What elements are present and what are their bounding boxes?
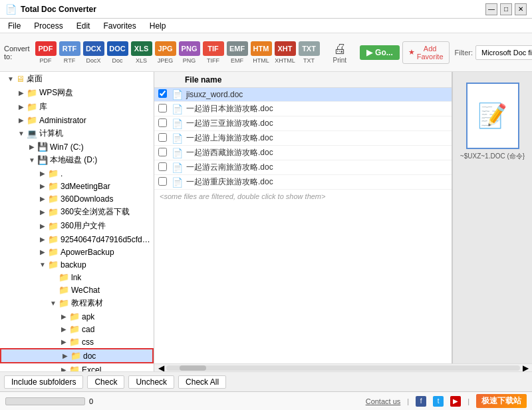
tree-item-desktop[interactable]: ▼ 🖥 桌面 <box>0 72 154 86</box>
tree-item-360user[interactable]: ▶ 📁 360用户文件 <box>0 219 154 233</box>
expand-icon: ▶ <box>16 89 27 97</box>
file-name: 一起游重庆旅游攻略.doc <box>186 176 448 188</box>
tree-item-dot[interactable]: ▶ 📁 . <box>0 167 154 180</box>
minimize-button[interactable]: — <box>485 3 497 15</box>
folder-icon: 📁 <box>48 234 59 244</box>
format-xls-button[interactable]: XLS XLS <box>131 41 152 64</box>
file-row[interactable]: 📄 jisuxz_word.doc <box>154 88 452 102</box>
tree-item-wps[interactable]: ▶ 📁 WPS网盘 <box>0 86 154 100</box>
tree-item-360dl[interactable]: ▶ 📁 360Downloads <box>0 192 154 205</box>
tree-item-360browser[interactable]: ▶ 📁 360安全浏览器下载 <box>0 205 154 219</box>
tree-item-apk[interactable]: ▶ 📁 apk <box>0 310 154 323</box>
menu-favorites[interactable]: Favorites <box>100 21 138 31</box>
format-png-button[interactable]: PNG PNG <box>179 41 200 64</box>
file-checkbox[interactable] <box>158 89 167 98</box>
uncheck-button[interactable]: Uncheck <box>128 375 174 389</box>
go-button[interactable]: ▶ Go... <box>360 45 400 60</box>
tree-item-computer[interactable]: ▼ 💻 计算机 <box>0 126 154 140</box>
facebook-icon[interactable]: f <box>416 396 426 407</box>
print-button[interactable]: 🖨 Print <box>333 41 347 64</box>
file-checkbox[interactable] <box>158 118 167 127</box>
filter-select[interactable]: Microsoft Doc files (*.doc) <box>475 45 532 60</box>
format-pdf-button[interactable]: PDF PDF <box>35 41 57 64</box>
file-row[interactable]: 📄 一起游三亚旅游攻略.doc <box>154 116 452 131</box>
tree-label-doc: doc <box>83 351 96 361</box>
tree-label-d: 本地磁盘 (D:) <box>50 154 97 166</box>
format-html-button[interactable]: HTM HTML <box>251 41 272 64</box>
tree-label-360dl: 360Downloads <box>61 194 113 204</box>
maximize-button[interactable]: □ <box>500 3 512 15</box>
filter-section: Filter: Microsoft Doc files (*.doc) Adva… <box>455 45 532 60</box>
tree-label-guid: 92540647d47916d5cfdb1daf6 <box>61 235 154 244</box>
file-checkbox[interactable] <box>158 104 167 112</box>
tree-item-apower[interactable]: ▶ 📁 ApowerBackup <box>0 246 154 258</box>
close-button[interactable]: ✕ <box>515 3 527 15</box>
filelist-header: File name <box>154 72 452 88</box>
file-row[interactable]: 📄 一起游西藏旅游攻略.doc <box>154 146 452 160</box>
titlebar: 📄 Total Doc Converter — □ ✕ <box>0 0 532 19</box>
tree-item-wechat[interactable]: 📁 WeChat <box>0 284 154 296</box>
folder-icon: 📁 <box>48 168 59 178</box>
file-checkbox[interactable] <box>158 133 167 142</box>
contact-link[interactable]: Contact us <box>366 397 401 405</box>
file-row[interactable]: 📄 一起游重庆旅游攻略.doc <box>154 175 452 190</box>
folder-icon: 📁 <box>27 102 37 112</box>
menu-file[interactable]: File <box>5 21 23 31</box>
menu-help[interactable]: Help <box>147 21 169 31</box>
scroll-track[interactable] <box>166 365 520 371</box>
horizontal-scrollbar[interactable]: ◀ ▶ <box>154 363 532 371</box>
doc-file-icon: 📄 <box>172 162 186 173</box>
doc-file-icon: 📄 <box>172 148 186 158</box>
file-row[interactable]: 📄 一起游上海旅游攻略.doc <box>154 131 452 146</box>
tree-item-excel[interactable]: ▶ 📁 Excel <box>0 363 154 371</box>
doc-file-icon: 📄 <box>172 177 186 188</box>
scroll-thumb[interactable] <box>180 365 206 371</box>
file-checkbox[interactable] <box>158 162 167 171</box>
file-row[interactable]: 📄 一起游云南旅游攻略.doc <box>154 160 452 175</box>
expand-icon: ▶ <box>59 325 69 333</box>
file-checkbox[interactable] <box>158 148 167 156</box>
format-docx-button[interactable]: DCX DocX <box>83 41 104 64</box>
check-all-button[interactable]: Check All <box>178 375 226 389</box>
tree-item-doc[interactable]: ▶ 📁 doc <box>0 348 154 363</box>
format-emf-button[interactable]: EMF EMF <box>227 41 248 64</box>
filtered-message[interactable]: <some files are filtered, double click t… <box>154 190 452 203</box>
tree-item-d[interactable]: ▼ 💾 本地磁盘 (D:) <box>0 153 154 167</box>
tree-item-c[interactable]: ▶ 💾 Win7 (C:) <box>0 140 154 153</box>
doc-file-icon: 📄 <box>172 133 186 144</box>
menu-process[interactable]: Process <box>31 21 65 31</box>
format-rtf-button[interactable]: RTF RTF <box>59 41 80 64</box>
tree-item-lib[interactable]: ▶ 📁 库 <box>0 100 154 114</box>
tree-item-css[interactable]: ▶ 📁 css <box>0 335 154 348</box>
scroll-left-btn[interactable]: ◀ <box>156 363 166 372</box>
desktop-icon: 🖥 <box>16 74 25 84</box>
file-name: 一起游云南旅游攻略.doc <box>186 162 448 173</box>
twitter-icon[interactable]: t <box>433 396 444 407</box>
file-checkbox[interactable] <box>158 177 167 186</box>
add-favorite-button[interactable]: ★ Add Favorite <box>402 41 450 64</box>
progress-value: 0 <box>89 397 93 405</box>
expand-icon: ▶ <box>37 182 48 190</box>
separator2: | <box>467 397 469 405</box>
format-doc-button[interactable]: DOC Doc <box>107 41 128 64</box>
go-icon: ▶ <box>366 48 372 57</box>
format-tiff-button[interactable]: TIF TIFF <box>203 41 224 64</box>
youtube-icon[interactable]: ▶ <box>450 396 461 407</box>
format-txt-button[interactable]: TXT TXT <box>299 41 320 64</box>
tree-item-cad[interactable]: ▶ 📁 cad <box>0 323 154 335</box>
include-subfolders-button[interactable]: Include subfolders <box>4 375 83 389</box>
tree-item-guid[interactable]: ▶ 📁 92540647d47916d5cfdb1daf6 <box>0 233 154 246</box>
expand-icon: ▼ <box>27 156 37 164</box>
check-button[interactable]: Check <box>87 375 124 389</box>
tree-item-jiaocheng[interactable]: ▼ 📁 教程素材 <box>0 296 154 310</box>
tree-item-backup[interactable]: ▼ 📁 backup <box>0 258 154 271</box>
scroll-right-btn[interactable]: ▶ <box>520 363 531 372</box>
tree-item-lnk[interactable]: 📁 lnk <box>0 271 154 284</box>
file-row[interactable]: 📄 一起游日本旅游攻略.doc <box>154 102 452 116</box>
format-xhtml-button[interactable]: XHT XHTML <box>275 41 296 64</box>
tree-item-admin[interactable]: ▶ 📁 Administrator <box>0 114 154 126</box>
tree-item-3dmeet[interactable]: ▶ 📁 3dMeetingBar <box>0 180 154 192</box>
menu-edit[interactable]: Edit <box>74 21 93 31</box>
format-jpeg-button[interactable]: JPG JPEG <box>155 41 176 64</box>
expand-icon: ▶ <box>16 116 27 124</box>
